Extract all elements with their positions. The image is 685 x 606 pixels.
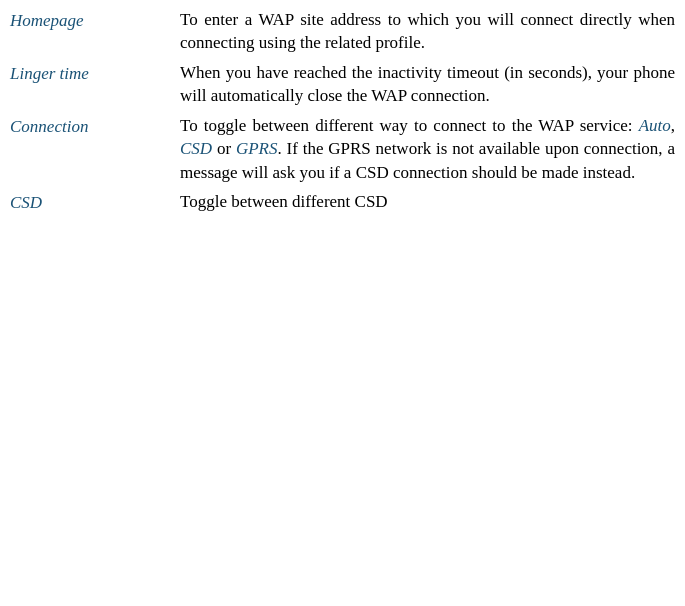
term-label: Linger time	[10, 64, 89, 83]
definition-linger-time: When you have reached the inactivity tim…	[180, 61, 675, 108]
definition-connection: To toggle between different way to conne…	[180, 114, 675, 184]
comma-space: ,	[671, 116, 675, 135]
term-label: CSD	[10, 193, 42, 212]
definition-homepage: To enter a WAP site address to which you…	[180, 8, 675, 55]
term-linger-time: Linger time	[10, 61, 180, 108]
term-label: Connection	[10, 117, 88, 136]
definition-text: To enter a WAP site address to which you…	[180, 10, 675, 52]
csd-link[interactable]: CSD	[180, 139, 212, 158]
or-space: or	[212, 139, 236, 158]
main-content: Homepage To enter a WAP site address to …	[0, 0, 685, 229]
definition-text: When you have reached the inactivity tim…	[180, 63, 675, 105]
entry-homepage: Homepage To enter a WAP site address to …	[10, 8, 675, 55]
definition-text-pre-auto: To toggle between different way to conne…	[180, 116, 639, 135]
definition-text: Toggle between different CSD	[180, 192, 388, 211]
auto-link[interactable]: Auto	[639, 116, 671, 135]
entry-csd: CSD Toggle between different CSD	[10, 190, 675, 214]
term-connection: Connection	[10, 114, 180, 184]
entry-linger-time: Linger time When you have reached the in…	[10, 61, 675, 108]
term-homepage: Homepage	[10, 8, 180, 55]
term-csd: CSD	[10, 190, 180, 214]
entry-connection: Connection To toggle between different w…	[10, 114, 675, 184]
gprs-link[interactable]: GPRS	[236, 139, 278, 158]
term-label: Homepage	[10, 11, 84, 30]
definition-csd: Toggle between different CSD	[180, 190, 675, 214]
